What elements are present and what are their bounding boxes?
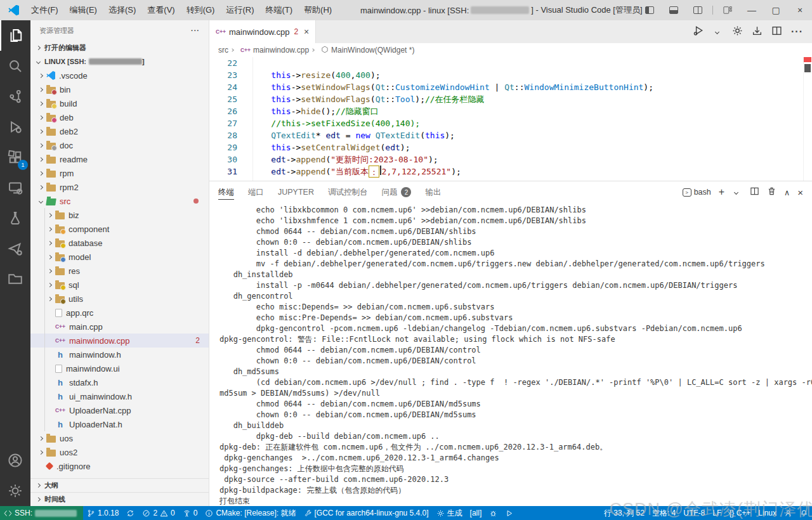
tree-item-readme[interactable]: readme — [30, 152, 209, 166]
tree-item-doc[interactable]: doc — [30, 138, 209, 152]
tab-close-icon[interactable]: × — [304, 27, 309, 37]
code-line-25[interactable]: 25 this->setWindowFlags(Qt::Tool);//在任务栏… — [209, 93, 812, 105]
activitybar-testing-icon[interactable] — [0, 203, 30, 233]
activitybar-tools-icon[interactable] — [0, 233, 30, 264]
tree-item-app-qrc[interactable]: app.qrc — [30, 306, 209, 320]
problems-status[interactable]: 2 0 — [138, 506, 178, 520]
menu-edit[interactable]: 编辑(E) — [64, 4, 103, 16]
tree-item-uos[interactable]: uos — [30, 431, 209, 445]
cmake-status[interactable]: CMake: [Release]: 就绪 — [201, 506, 299, 520]
install-icon[interactable] — [752, 25, 763, 39]
split-terminal-icon[interactable] — [750, 186, 759, 198]
section-outline[interactable]: 大纲 — [30, 478, 209, 492]
terminal-dropdown-icon[interactable] — [734, 190, 738, 194]
tree-item-stdafx-h[interactable]: stdafx.h — [30, 375, 209, 389]
terminal[interactable]: echo 'libxkbcommon 0 com.ncmem.up6' >>de… — [209, 203, 812, 506]
activitybar-source-control-icon[interactable] — [0, 81, 30, 112]
code-line-30[interactable]: 30 edt->append("更新时间:2023-08-10"); — [209, 153, 812, 166]
tree-item-component[interactable]: component — [30, 222, 209, 236]
section-workspace-root[interactable]: LINUX [SSH: ] — [30, 55, 209, 68]
breadcrumb-src[interactable]: src — [218, 46, 228, 55]
tree-item-rpm2[interactable]: rpm2 — [30, 180, 209, 194]
tree-item-uos2[interactable]: uos2 — [30, 445, 209, 459]
breadcrumb-file[interactable]: mainwindow.cpp — [253, 46, 309, 55]
git-branch-status[interactable]: 1.0.18 — [83, 506, 122, 520]
run-dropdown-icon[interactable] — [715, 29, 719, 34]
launch-icon[interactable] — [501, 506, 517, 520]
tree-item-mainwindow-ui[interactable]: mainwindow.ui — [30, 361, 209, 375]
tree-item-mainwindow-cpp[interactable]: mainwindow.cpp2 — [30, 334, 209, 348]
tree-item-build[interactable]: build — [30, 96, 209, 110]
toggle-sidebar-icon[interactable] — [638, 0, 662, 20]
menu-file[interactable]: 文件(F) — [25, 4, 64, 16]
code-line-31[interactable]: 31 edt->append("当前版本：2,7,122,25521"); — [209, 166, 812, 178]
tree-item-UploaderNat-h[interactable]: UploaderNat.h — [30, 417, 209, 431]
tree-item-model[interactable]: model — [30, 250, 209, 264]
menu-go[interactable]: 转到(G) — [181, 4, 221, 16]
tree-item-main-cpp[interactable]: main.cpp — [30, 320, 209, 334]
split-editor-icon[interactable] — [771, 25, 782, 39]
code-editor[interactable]: 2223 this->resize(400,400);24 this->setW… — [209, 57, 812, 181]
activitybar-remote-explorer-icon[interactable] — [0, 172, 30, 203]
code-line-26[interactable]: 26 this->hide();//隐藏窗口 — [209, 105, 812, 117]
code-line-23[interactable]: 23 this->resize(400,400); — [209, 69, 812, 81]
tree-item-src[interactable]: src — [30, 194, 209, 208]
tree-item-ui-mainwindow-h[interactable]: ui_mainwindow.h — [30, 389, 209, 403]
tree-item-database[interactable]: database — [30, 236, 209, 250]
close-panel-icon[interactable]: × — [797, 187, 803, 198]
cmake-kit-status[interactable]: [GCC for aarch64-linux-gnu 5.4.0] — [300, 506, 433, 520]
section-open-editors[interactable]: 打开的编辑器 — [30, 41, 209, 55]
tree-item-sql[interactable]: sql — [30, 278, 209, 292]
menu-selection[interactable]: 选择(S) — [103, 4, 141, 16]
tree-item--gitignore[interactable]: .gitignore — [30, 459, 209, 473]
account-icon[interactable] — [0, 445, 30, 476]
tree-item-utils[interactable]: utils — [30, 292, 209, 306]
shell-selector[interactable]: > bash — [683, 188, 711, 197]
activitybar-extensions-icon[interactable]: 1 — [0, 142, 30, 172]
tree-item-deb[interactable]: deb — [30, 110, 209, 124]
menu-view[interactable]: 查看(V) — [141, 4, 180, 16]
tree-item-biz[interactable]: biz — [30, 208, 209, 222]
customize-layout-icon[interactable] — [716, 0, 740, 20]
toggle-panel-icon[interactable] — [662, 0, 686, 20]
cmake-build-button[interactable]: 生成 — [433, 506, 466, 520]
sync-icon[interactable] — [122, 506, 138, 520]
maximize-button[interactable]: ▢ — [764, 0, 788, 20]
remote-indicator[interactable]: SSH: — [0, 506, 83, 520]
tree-item--vscode[interactable]: .vscode — [30, 68, 209, 82]
ports-status[interactable]: 0 — [179, 506, 202, 520]
sidebar-more-icon[interactable]: ··· — [191, 27, 200, 34]
tree-item-deb2[interactable]: deb2 — [30, 124, 209, 138]
tree-item-rpm[interactable]: rpm — [30, 166, 209, 180]
tree-item-mainwindow-h[interactable]: mainwindow.h — [30, 348, 209, 361]
editor-scrollbar[interactable] — [803, 57, 812, 181]
maximize-panel-icon[interactable]: ∧ — [784, 188, 790, 197]
panel-tab-debug-console[interactable]: 调试控制台 — [328, 181, 368, 203]
code-line-24[interactable]: 24 this->setWindowFlags(Qt::CustomizeWin… — [209, 81, 812, 93]
activitybar-explorer-icon[interactable] — [0, 20, 30, 51]
panel-tab-jupyter[interactable]: JUPYTER — [278, 181, 314, 203]
toggle-secondary-sidebar-icon[interactable] — [686, 0, 710, 20]
panel-tab-problems[interactable]: 问题2 — [381, 181, 411, 203]
close-button[interactable]: × — [788, 0, 812, 20]
code-line-28[interactable]: 28 QTextEdit* edt = new QTextEdit(this); — [209, 129, 812, 141]
kill-terminal-icon[interactable] — [767, 186, 776, 198]
panel-tab-output[interactable]: 输出 — [425, 181, 441, 203]
code-line-29[interactable]: 29 this->setCentralWidget(edt); — [209, 141, 812, 153]
activitybar-run-debug-icon[interactable] — [0, 112, 30, 142]
editor-settings-gear-icon[interactable] — [732, 25, 743, 39]
panel-tab-terminal[interactable]: 终端 — [218, 181, 234, 203]
code-line-22[interactable]: 22 — [209, 57, 812, 69]
more-actions-icon[interactable]: ··· — [791, 26, 803, 37]
tab-mainwindow-cpp[interactable]: mainwindow.cpp 2 × — [209, 20, 316, 43]
menu-help[interactable]: 帮助(H) — [298, 4, 337, 16]
breadcrumb-symbol[interactable]: MainWindow(QWidget *) — [331, 46, 414, 55]
activitybar-project-manager-icon[interactable] — [0, 264, 30, 294]
cmake-target[interactable]: [all] — [466, 506, 486, 520]
code-line-27[interactable]: 27 //this->setFixedSize(400,140); — [209, 117, 812, 129]
menu-terminal[interactable]: 终端(T) — [259, 4, 298, 16]
tree-item-res[interactable]: res — [30, 264, 209, 278]
tree-item-bin[interactable]: bin — [30, 82, 209, 96]
menu-run[interactable]: 运行(R) — [220, 4, 259, 16]
tree-item-UploaderNat-cpp[interactable]: UploaderNat.cpp — [30, 403, 209, 417]
